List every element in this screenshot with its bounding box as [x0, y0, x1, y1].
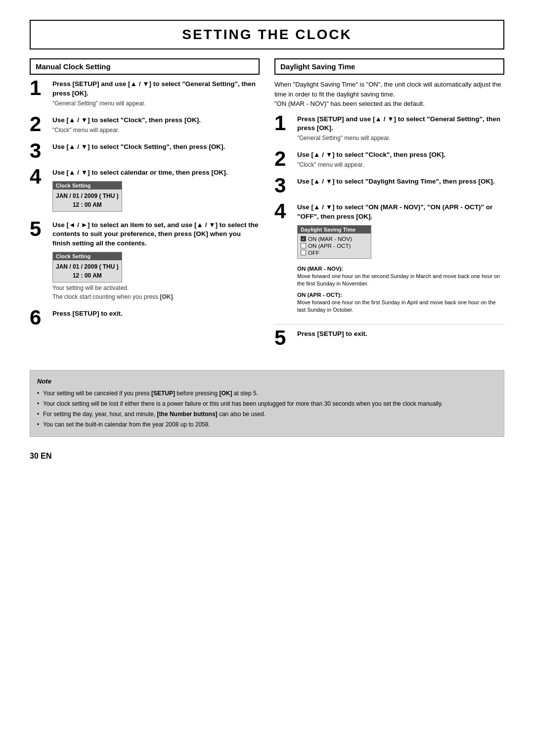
right-step-1: 1 Press [SETUP] and use [▲ / ▼] to selec… — [274, 115, 504, 144]
step-number: 6 — [30, 307, 48, 328]
note-item-3: For setting the day, year, hour, and min… — [37, 410, 497, 419]
left-step-4: 4 Use [▲ / ▼] to select calendar or time… — [30, 168, 260, 214]
step-after-line-2: The clock start counting when you press … — [52, 293, 260, 300]
clock-box-body: JAN / 01 / 2009 ( THU )12 : 00 AM — [53, 189, 122, 211]
clock-display-box: Clock Setting JAN / 01 / 2009 ( THU )12 … — [52, 181, 122, 212]
dst-display-box: Daylight Saving Time ✓ ON (MAR - NOV) ON… — [297, 225, 371, 259]
left-step-6: 6 Press [SETUP] to exit. — [30, 309, 260, 328]
clock-box-title: Clock Setting — [53, 182, 122, 189]
step-number: 5 — [30, 219, 48, 239]
step-number: 4 — [274, 201, 293, 222]
step-content: Use [▲ / ▼] to select "Clock", then pres… — [52, 116, 260, 136]
note-item-4: You can set the built-in calendar from t… — [37, 420, 497, 429]
step-content: Press [SETUP] to exit. — [52, 309, 260, 320]
right-step-4: 4 Use [▲ / ▼] to select "ON (MAR - NOV)"… — [274, 203, 504, 317]
step-sub-text: "Clock" menu will appear. — [52, 127, 260, 134]
step-content: Use [▲ / ▼] to select "ON (MAR - NOV)", … — [297, 203, 504, 317]
note-list: Your setting will be canceled if you pre… — [37, 389, 497, 429]
right-column: Daylight Saving Time When "Daylight Savi… — [274, 58, 504, 355]
step-content: Use [▲ / ▼] to select calendar or time, … — [52, 168, 260, 214]
step-sub-text: "General Setting" menu will appear. — [52, 100, 260, 107]
page-footer: 30 EN — [30, 452, 504, 461]
step-number: 3 — [30, 141, 48, 161]
clock-display-box-2: Clock Setting JAN / 01 / 2009 ( THU )12 … — [52, 252, 122, 283]
left-step-5: 5 Use [◄ / ►] to select an item to set, … — [30, 221, 260, 303]
right-step-2: 2 Use [▲ / ▼] to select "Clock", then pr… — [274, 150, 504, 170]
step-number: 2 — [274, 148, 293, 169]
step-main-text: Press [SETUP] to exit. — [52, 309, 260, 319]
step-content: Press [SETUP] and use [▲ / ▼] to select … — [297, 115, 504, 144]
dst-note-apr-oct-text: Move forward one hour on the first Sunda… — [297, 299, 504, 314]
step-number: 1 — [274, 113, 293, 134]
step-main-text: Use [▲ / ▼] to select "Clock", then pres… — [297, 150, 504, 160]
page-title: SETTING THE CLOCK — [30, 20, 504, 49]
step-main-text: Press [SETUP] and use [▲ / ▼] to select … — [52, 80, 260, 98]
right-step-3: 3 Use [▲ / ▼] to select "Daylight Saving… — [274, 177, 504, 196]
dst-note-mar-nov-label: ON (MAR - NOV): — [297, 266, 504, 272]
clock-box-body-2: JAN / 01 / 2009 ( THU )12 : 00 AM — [53, 260, 122, 282]
right-step-5: 5 Press [SETUP] to exit. — [274, 330, 504, 348]
checkbox-off — [301, 250, 306, 255]
dst-option-off: OFF — [301, 249, 368, 256]
step-number: 5 — [274, 328, 293, 348]
step-sub-text: "General Setting" menu will appear. — [297, 135, 504, 142]
clock-box-title-2: Clock Setting — [53, 252, 122, 260]
step-sub-text: "Clock" menu will appear. — [297, 161, 504, 168]
dst-option-label: ON (MAR - NOV) — [308, 236, 352, 242]
step-after-line-1: Your setting will be activated. — [52, 284, 260, 291]
step-content: Press [SETUP] to exit. — [297, 330, 504, 340]
dst-intro: When "Daylight Saving Time" is "ON", the… — [274, 80, 504, 109]
step-content: Use [◄ / ►] to select an item to set, an… — [52, 221, 260, 303]
step-content: Use [▲ / ▼] to select "Clock", then pres… — [297, 150, 504, 170]
step-main-text: Press [SETUP] and use [▲ / ▼] to select … — [297, 115, 504, 134]
step-main-text: Use [▲ / ▼] to select "Daylight Saving T… — [297, 177, 504, 187]
dst-option-apr-oct: ON (APR - OCT) — [301, 242, 368, 249]
dst-box-body: ✓ ON (MAR - NOV) ON (APR - OCT) OFF — [298, 234, 371, 258]
dst-note-mar-nov-text: Move forward one hour on the second Sund… — [297, 273, 504, 288]
left-section-title: Manual Clock Setting — [30, 58, 260, 75]
step-content: Use [▲ / ▼] to select "Clock Setting", t… — [52, 142, 260, 153]
step-main-text: Use [▲ / ▼] to select "ON (MAR - NOV)", … — [297, 203, 504, 222]
step-content: Press [SETUP] and use [▲ / ▼] to select … — [52, 80, 260, 109]
dst-note-apr-oct-label: ON (APR - OCT): — [297, 292, 504, 298]
dst-option-label: OFF — [308, 250, 319, 256]
step-number: 3 — [274, 175, 293, 196]
note-title: Note — [37, 377, 497, 386]
step-number: 2 — [30, 114, 48, 135]
dst-option-mar-nov: ✓ ON (MAR - NOV) — [301, 236, 368, 242]
step-content: Use [▲ / ▼] to select "Daylight Saving T… — [297, 177, 504, 188]
dst-box-title: Daylight Saving Time — [298, 226, 371, 234]
left-column: Manual Clock Setting 1 Press [SETUP] and… — [30, 58, 260, 355]
step-main-text: Press [SETUP] to exit. — [297, 330, 504, 339]
step-main-text: Use [◄ / ►] to select an item to set, an… — [52, 221, 260, 249]
checkbox-apr-oct — [301, 243, 306, 248]
step-main-text: Use [▲ / ▼] to select calendar or time, … — [52, 168, 260, 178]
note-item-2: Your clock setting will be lost if eithe… — [37, 399, 497, 408]
dst-option-label: ON (APR - OCT) — [308, 243, 351, 249]
step-number: 1 — [30, 78, 48, 98]
checkbox-mar-nov: ✓ — [301, 236, 306, 241]
note-item-1: Your setting will be canceled if you pre… — [37, 389, 497, 398]
note-box: Note Your setting will be canceled if yo… — [30, 370, 504, 437]
step-main-text: Use [▲ / ▼] to select "Clock", then pres… — [52, 116, 260, 125]
left-step-1: 1 Press [SETUP] and use [▲ / ▼] to selec… — [30, 80, 260, 109]
left-step-3: 3 Use [▲ / ▼] to select "Clock Setting",… — [30, 142, 260, 161]
left-step-2: 2 Use [▲ / ▼] to select "Clock", then pr… — [30, 116, 260, 136]
step-number: 4 — [30, 166, 48, 187]
step-main-text: Use [▲ / ▼] to select "Clock Setting", t… — [52, 142, 260, 152]
right-section-title: Daylight Saving Time — [274, 58, 504, 75]
divider — [274, 324, 504, 325]
